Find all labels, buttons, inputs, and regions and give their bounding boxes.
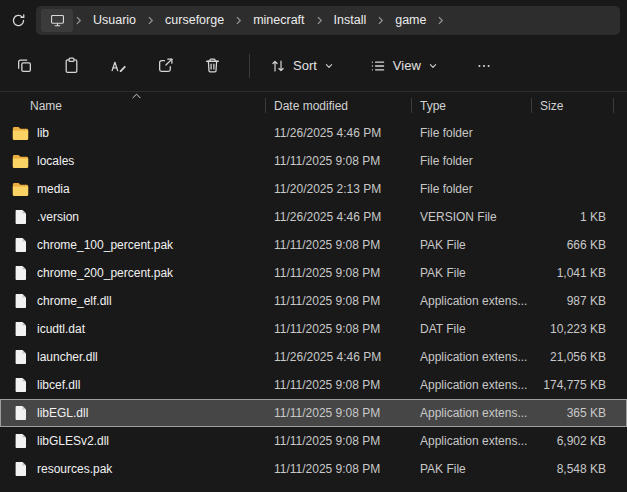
file-type: DAT File	[412, 322, 532, 336]
file-name: libEGL.dll	[37, 406, 88, 420]
file-row[interactable]: media11/20/2025 2:13 PMFile folder	[0, 175, 627, 203]
chevron-right-icon	[375, 16, 386, 25]
file-icon	[12, 237, 29, 253]
file-name: lib	[37, 126, 49, 140]
file-name: launcher.dll	[37, 350, 98, 364]
file-date-modified: 11/11/2025 9:08 PM	[266, 294, 412, 308]
breadcrumb-item[interactable]: minecraft	[244, 9, 313, 31]
file-type: File folder	[412, 126, 532, 140]
column-header-size-label: Size	[540, 99, 563, 113]
file-name: .version	[37, 210, 79, 224]
file-row[interactable]: libGLESv2.dll11/11/2025 9:08 PMApplicati…	[0, 427, 627, 455]
file-name: libcef.dll	[37, 378, 80, 392]
breadcrumb-item[interactable]: Install	[325, 9, 376, 31]
file-name-cell: chrome_100_percent.pak	[0, 237, 266, 253]
file-size: 10,223 KB	[532, 322, 614, 336]
location-button[interactable]	[41, 9, 73, 32]
copy-button[interactable]	[4, 49, 44, 83]
view-button[interactable]: View	[360, 50, 448, 82]
file-row[interactable]: launcher.dll11/26/2025 4:46 PMApplicatio…	[0, 343, 627, 371]
file-date-modified: 11/11/2025 9:08 PM	[266, 462, 412, 476]
ellipsis-icon	[476, 58, 492, 74]
file-icon	[12, 209, 29, 225]
file-name-cell: .version	[0, 209, 266, 225]
file-row[interactable]: resources.pak11/11/2025 9:08 PMPAK File8…	[0, 455, 627, 483]
breadcrumb-item[interactable]: curseforge	[156, 9, 233, 31]
file-date-modified: 11/26/2025 4:46 PM	[266, 350, 412, 364]
chevron-right-icon	[233, 16, 244, 25]
refresh-icon	[11, 13, 26, 28]
share-button[interactable]	[145, 49, 185, 83]
file-name: chrome_100_percent.pak	[37, 238, 173, 252]
file-name-cell: resources.pak	[0, 461, 266, 477]
breadcrumb-item[interactable]: game	[386, 9, 435, 31]
column-header-size[interactable]: Size	[532, 92, 613, 119]
file-date-modified: 11/26/2025 4:46 PM	[266, 126, 412, 140]
file-icon	[12, 405, 29, 421]
file-icon	[12, 461, 29, 477]
column-header-date-modified[interactable]: Date modified	[266, 92, 411, 119]
breadcrumb-item[interactable]: Usuario	[84, 9, 145, 31]
chevron-right-icon	[435, 16, 446, 25]
file-size: 174,775 KB	[532, 378, 614, 392]
file-icon	[12, 321, 29, 337]
file-row[interactable]: chrome_100_percent.pak11/11/2025 9:08 PM…	[0, 231, 627, 259]
sort-button[interactable]: Sort	[260, 50, 344, 82]
file-row[interactable]: chrome_200_percent.pak11/11/2025 9:08 PM…	[0, 259, 627, 287]
file-row[interactable]: lib11/26/2025 4:46 PMFile folder	[0, 119, 627, 147]
address-bar[interactable]: UsuariocurseforgeminecraftInstallgame	[36, 6, 620, 35]
rename-icon	[110, 57, 127, 74]
view-label: View	[393, 58, 421, 73]
file-row[interactable]: libEGL.dll11/11/2025 9:08 PMApplication …	[0, 399, 627, 427]
column-header-name[interactable]: Name	[0, 92, 265, 119]
folder-icon	[12, 182, 29, 197]
file-row[interactable]: icudtl.dat11/11/2025 9:08 PMDAT File10,2…	[0, 315, 627, 343]
file-icon	[12, 377, 29, 393]
sort-ascending-icon	[132, 93, 141, 99]
sort-label: Sort	[293, 58, 317, 73]
file-size: 1,041 KB	[532, 266, 614, 280]
file-size: 365 KB	[532, 406, 614, 420]
file-type: File folder	[412, 154, 532, 168]
file-type: Application extens...	[412, 378, 532, 392]
file-name: locales	[37, 154, 74, 168]
column-header-type-label: Type	[420, 99, 446, 113]
file-icon	[12, 293, 29, 309]
paste-button[interactable]	[51, 49, 91, 83]
file-name-cell: icudtl.dat	[0, 321, 266, 337]
delete-button[interactable]	[192, 49, 232, 83]
more-options-button[interactable]	[464, 49, 504, 83]
file-date-modified: 11/11/2025 9:08 PM	[266, 322, 412, 336]
file-type: Application extens...	[412, 294, 532, 308]
file-type: Application extens...	[412, 350, 532, 364]
file-size: 666 KB	[532, 238, 614, 252]
file-type: Application extens...	[412, 434, 532, 448]
file-row[interactable]: locales11/11/2025 9:08 PMFile folder	[0, 147, 627, 175]
file-icon	[12, 433, 29, 449]
file-name-cell: libcef.dll	[0, 377, 266, 393]
file-type: Application extens...	[412, 406, 532, 420]
file-name-cell: chrome_200_percent.pak	[0, 265, 266, 281]
file-icon	[12, 349, 29, 365]
file-row[interactable]: libcef.dll11/11/2025 9:08 PMApplication …	[0, 371, 627, 399]
file-list: lib11/26/2025 4:46 PMFile folderlocales1…	[0, 119, 627, 483]
file-row[interactable]: .version11/26/2025 4:46 PMVERSION File1 …	[0, 203, 627, 231]
file-row[interactable]: chrome_elf.dll11/11/2025 9:08 PMApplicat…	[0, 287, 627, 315]
rename-button[interactable]	[98, 49, 138, 83]
column-header-type[interactable]: Type	[412, 92, 531, 119]
file-name-cell: lib	[0, 126, 266, 141]
chevron-down-icon	[428, 61, 438, 71]
file-name: resources.pak	[37, 462, 112, 476]
toolbar: Sort View	[0, 40, 627, 92]
file-name-cell: chrome_elf.dll	[0, 293, 266, 309]
file-type: PAK File	[412, 266, 532, 280]
file-name-cell: libEGL.dll	[0, 405, 266, 421]
file-name-cell: launcher.dll	[0, 349, 266, 365]
file-type: VERSION File	[412, 210, 532, 224]
column-header-name-label: Name	[30, 99, 62, 113]
file-explorer-window: UsuariocurseforgeminecraftInstallgame	[0, 0, 627, 492]
copy-icon	[16, 57, 33, 74]
folder-icon	[12, 154, 29, 169]
file-name: media	[37, 182, 70, 196]
refresh-button[interactable]	[5, 7, 31, 33]
